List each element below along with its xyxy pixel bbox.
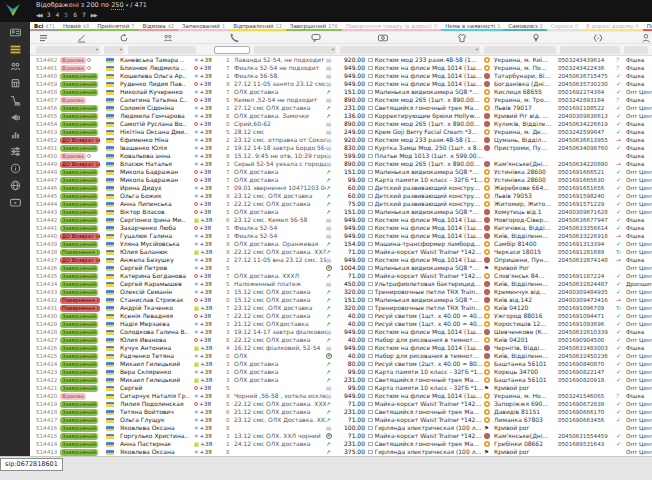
- sort-column-icon[interactable]: [76, 33, 88, 43]
- tab-Повернення[interactable]: Повернення: [643, 22, 652, 31]
- order-row[interactable]: 514450ВідмоваКовальова анна✳+38815.12. 9…: [30, 152, 652, 160]
- customer-phone[interactable]: ✳+38: [194, 160, 226, 168]
- order-row[interactable]: 514431Повернення (з..Андрій Ткаченкоlc+3…: [30, 304, 652, 312]
- order-row[interactable]: 514414ЗавершенийАнна Пастернакlc+38124.1…: [30, 440, 652, 448]
- customer-phone[interactable]: +38: [194, 208, 226, 216]
- page-button[interactable]: 7: [82, 11, 86, 18]
- customer-phone[interactable]: ✳+38: [194, 144, 226, 152]
- order-row[interactable]: 514420ВідмоваСитарчук Наталія Гр..✳+389Ч…: [30, 392, 652, 400]
- customer-phone[interactable]: ✳+38: [194, 328, 226, 336]
- order-row[interactable]: 514423ЗавершенийВера Скляренко✳+381ОЛХ д…: [30, 368, 652, 376]
- customer-phone[interactable]: ✳+38: [194, 368, 226, 376]
- customer-phone[interactable]: +38: [194, 296, 226, 304]
- order-row[interactable]: 514447ЗавершенийМикола Бадражан+387ОЛХ д…: [30, 176, 652, 184]
- order-row[interactable]: 514453ЗавершенийНікітіна Оксана Дми..✳+3…: [30, 128, 652, 136]
- order-row[interactable]: 514413ЗавершенийЯковлева Оксана✳+388↗375…: [30, 448, 652, 456]
- tab-Відправлений[interactable]: Відправлений12: [229, 22, 286, 31]
- order-row[interactable]: 514449ДО Возврат ск..Власюк Наталья✳+383…: [30, 160, 652, 168]
- order-row[interactable]: 514432Повернення (з..Станислав Стрижак+3…: [30, 296, 652, 304]
- filter-source[interactable]: [624, 46, 648, 54]
- order-row[interactable]: 514421ЗавершенийСергей+385▤99.00Карта па…: [30, 384, 652, 392]
- order-row[interactable]: 514429ЗавершенийНадія Мерзаєва✳+38321.12…: [30, 320, 652, 328]
- filter-address[interactable]: [484, 46, 556, 54]
- sliders-icon[interactable]: [8, 145, 22, 158]
- order-row[interactable]: 514458ЗавершенийНиколай Кучеренко✳+387ОЛ…: [30, 88, 652, 96]
- customer-phone[interactable]: lc+38: [194, 376, 226, 384]
- customer-phone[interactable]: ✳+38: [194, 240, 226, 248]
- order-row[interactable]: 514445ЗавершенийОльга Божик✳+38923.12 см…: [30, 192, 652, 200]
- order-row[interactable]: 514426ЗавершенийКучук Антонинаlc+38416.1…: [30, 344, 652, 352]
- order-row[interactable]: 514441ЗавершенийЗахарченко Люба+385Фиалк…: [30, 224, 652, 232]
- tab-Всі[interactable]: Всі471: [30, 22, 59, 31]
- page-button[interactable]: 6: [73, 11, 77, 18]
- customer-phone[interactable]: ✳+38: [194, 88, 226, 96]
- manager-column-icon[interactable]: [640, 33, 652, 43]
- customer-phone[interactable]: ✳+38: [194, 72, 226, 80]
- stats-icon[interactable]: [8, 128, 22, 141]
- filter-name[interactable]: [128, 46, 196, 54]
- customer-phone[interactable]: +38: [194, 200, 226, 208]
- phone-column-icon[interactable]: [228, 33, 240, 43]
- customer-phone[interactable]: ✳+38: [194, 408, 226, 416]
- order-row[interactable]: 514416ЗавершенийЯковлева Оксана✳+388▤100…: [30, 424, 652, 432]
- customer-phone[interactable]: ✳+38: [194, 104, 226, 112]
- order-row[interactable]: 514448ЗавершенийМикола Бадражан+387ОЛХ д…: [30, 168, 652, 176]
- order-row[interactable]: 514418ЗавершенийТетяна Войтович✳+38621.1…: [30, 408, 652, 416]
- customer-phone[interactable]: ✳+38: [194, 184, 226, 192]
- customer-phone[interactable]: ✳+38: [194, 320, 226, 328]
- order-row[interactable]: 514424ЗавершенийМихаил Гилецькийlc+383ОЛ…: [30, 360, 652, 368]
- order-row[interactable]: 514434ЗавершенийСергей Карамышев✳+385Нал…: [30, 280, 652, 288]
- customer-phone[interactable]: ✳+38: [194, 112, 226, 120]
- order-row[interactable]: 514430ЗавершенийКсенія Левадняя+38722.12…: [30, 312, 652, 320]
- page-size-dropdown[interactable]: 250: [111, 1, 123, 10]
- tab-Нема в наявності[interactable]: Нема в наявності1: [441, 22, 504, 31]
- customer-phone[interactable]: ✳+38: [194, 256, 226, 264]
- globe-icon[interactable]: [8, 179, 22, 192]
- page-button[interactable]: 4: [56, 11, 60, 18]
- order-row[interactable]: 514443ЗавершенийВіктор Власов+385ОЛХ дос…: [30, 208, 652, 216]
- tab-В дорозі додому[interactable]: В дорозі додому0: [582, 22, 643, 31]
- tracking-column-icon[interactable]: [592, 33, 604, 43]
- customer-phone[interactable]: +38: [194, 176, 226, 184]
- customer-phone[interactable]: ✳+38: [194, 416, 226, 424]
- video-icon[interactable]: [8, 196, 22, 209]
- comments-column-icon[interactable]: [310, 33, 322, 43]
- customer-phone[interactable]: lc+38: [194, 216, 226, 224]
- tab-Завершений[interactable]: Завершений278: [286, 22, 342, 31]
- customer-phone[interactable]: ✳+38: [194, 448, 226, 456]
- last-page-button[interactable]: ▶▶: [91, 12, 97, 18]
- address-column-icon[interactable]: [530, 33, 542, 43]
- orders-list-icon[interactable]: [8, 43, 22, 56]
- order-row[interactable]: 514438Повернення (з..Юлия Баланюкlc+3892…: [30, 248, 652, 256]
- customer-phone[interactable]: +38: [194, 224, 226, 232]
- customer-phone[interactable]: lc+38: [194, 440, 226, 448]
- customer-phone[interactable]: +38: [194, 400, 226, 408]
- megaphone-icon[interactable]: [8, 111, 22, 124]
- order-row[interactable]: 514415ЗавершенийГоргулько Христина..✳+38…: [30, 432, 652, 440]
- tab-Запакований[interactable]: Запакований1: [178, 22, 229, 31]
- order-row[interactable]: 514442ЗавершенийСергіонко Ірина Ми..lc+3…: [30, 216, 652, 224]
- order-row[interactable]: 514437ДО Возврат ск..Анжела Безушку✳+382…: [30, 256, 652, 264]
- order-row[interactable]: 514457ВідмоваСалегина Татьяна С..+385Кем…: [30, 96, 652, 104]
- customer-phone[interactable]: ✳+38: [194, 136, 226, 144]
- order-row[interactable]: 514436ЗавершенийСергей Петров✳+385₴1004.…: [30, 264, 652, 272]
- order-row[interactable]: 514455ЗавершенийЛюдмила Гончарова✳+388ОЛ…: [30, 112, 652, 120]
- customer-phone[interactable]: ✳+38: [194, 128, 226, 136]
- customer-phone[interactable]: +38: [194, 96, 226, 104]
- order-row[interactable]: 514460ЗавершенийКошелева Ольга Ар..✳+381…: [30, 72, 652, 80]
- customer-phone[interactable]: ✳+38: [194, 392, 226, 400]
- order-row[interactable]: 514425ЗавершенийРадченко Тетяна✳+380ОЛХ₴…: [30, 352, 652, 360]
- customer-phone[interactable]: +38: [194, 80, 226, 88]
- tab-Прийнятий[interactable]: Прийнятий7: [93, 22, 138, 31]
- store-icon[interactable]: [8, 77, 22, 90]
- customer-phone[interactable]: ✳+38: [194, 352, 226, 360]
- order-row[interactable]: 514446ЗавершенийИрина Дидух✳+38709.01 зв…: [30, 184, 652, 192]
- id-card-icon[interactable]: [8, 26, 22, 39]
- customer-phone[interactable]: +38: [194, 120, 226, 128]
- filter-comment[interactable]: ▾: [254, 46, 336, 54]
- customer-phone[interactable]: ✳+38: [194, 56, 226, 64]
- order-row[interactable]: 514444ЗавершенийАнна Липенська+38322.12 …: [30, 200, 652, 208]
- customer-phone[interactable]: ✳+38: [194, 232, 226, 240]
- customer-phone[interactable]: lc+38: [194, 360, 226, 368]
- customer-phone[interactable]: +38: [194, 384, 226, 392]
